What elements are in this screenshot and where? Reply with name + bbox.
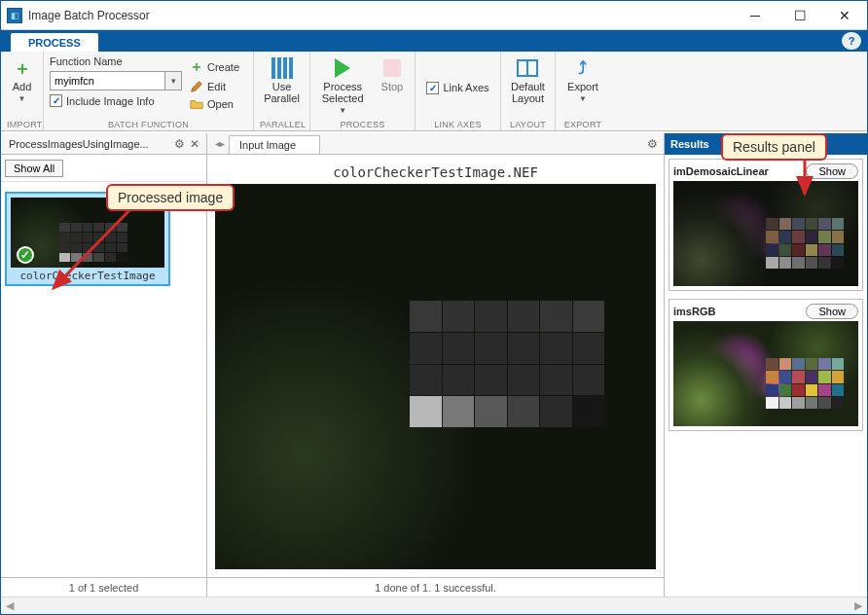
horizontal-scrollbar[interactable]: ◀ ▶ — [1, 597, 867, 614]
create-label: Create — [207, 61, 239, 73]
close-button[interactable]: ✕ — [822, 1, 867, 30]
close-icon[interactable]: ✕ — [187, 137, 202, 151]
include-label: Include Image Info — [66, 95, 155, 107]
use-parallel-button[interactable]: Use Parallel — [260, 55, 304, 106]
scroll-right-icon[interactable]: ▶ — [850, 599, 867, 612]
app-icon: ◧ — [7, 8, 22, 23]
minimize-button[interactable]: ─ — [733, 1, 778, 30]
chevron-down-icon: ▼ — [18, 94, 26, 103]
checkbox-icon: ✓ — [50, 94, 62, 107]
annotation-processed-image: Processed image — [106, 184, 235, 211]
results-pane: Results ⚙ imDemosaicLinear Show — [665, 133, 867, 597]
result-image[interactable] — [673, 181, 858, 286]
process-selected-button[interactable]: Process Selected ▼ — [318, 55, 368, 117]
add-button[interactable]: ＋ Add ▼ — [8, 55, 37, 105]
export-button[interactable]: ⤴ Export ▼ — [563, 55, 602, 105]
toolstrip: ＋ Add ▼ IMPORT Function Name ▾ ✓ Include… — [1, 52, 867, 131]
stop-label: Stop — [381, 81, 404, 92]
edit-label: Edit — [207, 81, 226, 92]
tab-process[interactable]: PROCESS — [11, 33, 98, 52]
function-name-label: Function Name — [50, 55, 182, 67]
tab-toggle-icon[interactable]: ◂▸ — [211, 138, 229, 149]
scroll-left-icon[interactable]: ◀ — [1, 599, 18, 612]
window-title: Image Batch Processor — [28, 9, 733, 22]
success-badge-icon: ✓ — [17, 246, 34, 264]
plus-icon: ＋ — [190, 58, 203, 76]
function-name-input[interactable] — [50, 71, 164, 90]
section-batch: BATCH FUNCTION — [50, 118, 247, 130]
include-image-info-checkbox[interactable]: ✓ Include Image Info — [50, 94, 182, 107]
section-import: IMPORT — [7, 118, 37, 130]
result-card: imsRGB Show — [669, 299, 863, 431]
layout-label: Default Layout — [511, 81, 545, 104]
add-label: Add — [13, 81, 32, 92]
section-linkaxes: LINK AXES — [421, 118, 494, 130]
image-filename: colorCheckerTestImage.NEF — [333, 164, 538, 180]
create-button[interactable]: ＋ Create — [188, 57, 241, 77]
function-dropdown-button[interactable]: ▾ — [164, 71, 182, 90]
viewer-pane: ◂▸ Input Image ⚙ colorCheckerTestImage.N… — [207, 133, 665, 597]
annotation-arrow-icon — [789, 155, 828, 203]
tab-input-image[interactable]: Input Image — [229, 135, 320, 154]
pencil-icon — [190, 80, 203, 93]
result-name: imDemosaicLinear — [673, 165, 806, 177]
layout-icon — [517, 59, 538, 77]
result-card: imDemosaicLinear Show — [669, 159, 863, 291]
open-button[interactable]: Open — [188, 96, 241, 112]
play-icon — [335, 58, 350, 78]
plus-icon: ＋ — [12, 57, 33, 79]
annotation-arrow-icon — [40, 196, 147, 303]
open-label: Open — [207, 98, 234, 110]
checkbox-icon: ✓ — [426, 82, 439, 94]
annotation-results-panel: Results panel — [721, 133, 827, 161]
folder-icon — [190, 97, 203, 111]
result-name: imsRGB — [673, 306, 806, 317]
chevron-down-icon: ▼ — [579, 94, 587, 103]
default-layout-button[interactable]: Default Layout — [507, 55, 549, 106]
edit-button[interactable]: Edit — [188, 79, 241, 94]
stop-button[interactable]: Stop — [378, 55, 408, 94]
link-axes-checkbox[interactable]: ✓ Link Axes — [426, 82, 488, 94]
process-label: Process Selected — [322, 81, 364, 104]
ribbon-tabstrip: PROCESS ? — [1, 30, 867, 52]
link-axes-label: Link Axes — [443, 82, 488, 93]
section-parallel: PARALLEL — [260, 118, 304, 130]
browser-tabrow: ProcessImagesUsingImage... ⚙ ✕ — [1, 133, 206, 155]
annotation-label: Processed image — [106, 184, 235, 211]
result-image[interactable] — [673, 321, 858, 426]
annotation-label: Results panel — [721, 133, 827, 161]
maximize-button[interactable]: ☐ — [778, 1, 822, 30]
section-layout: LAYOUT — [507, 118, 549, 130]
viewer-status: 1 done of 1. 1 successful. — [207, 577, 664, 597]
export-icon: ⤴ — [572, 57, 594, 79]
input-image-display[interactable] — [215, 184, 656, 569]
gear-icon[interactable]: ⚙ — [645, 137, 660, 151]
help-button[interactable]: ? — [842, 32, 861, 50]
stop-icon — [383, 59, 401, 77]
parallel-icon — [271, 57, 293, 79]
export-label: Export — [567, 81, 598, 92]
parallel-label: Use Parallel — [264, 81, 300, 104]
title-bar: ◧ Image Batch Processor ─ ☐ ✕ — [1, 1, 867, 30]
show-button[interactable]: Show — [806, 304, 858, 319]
section-export: EXPORT — [561, 118, 604, 130]
show-all-button[interactable]: Show All — [5, 160, 63, 177]
svg-line-0 — [54, 207, 132, 288]
browser-status: 1 of 1 selected — [1, 577, 206, 597]
browser-tab[interactable]: ProcessImagesUsingImage... — [5, 138, 172, 150]
chevron-down-icon: ▼ — [339, 106, 346, 115]
gear-icon[interactable]: ⚙ — [172, 137, 187, 151]
section-process: PROCESS — [316, 118, 409, 130]
